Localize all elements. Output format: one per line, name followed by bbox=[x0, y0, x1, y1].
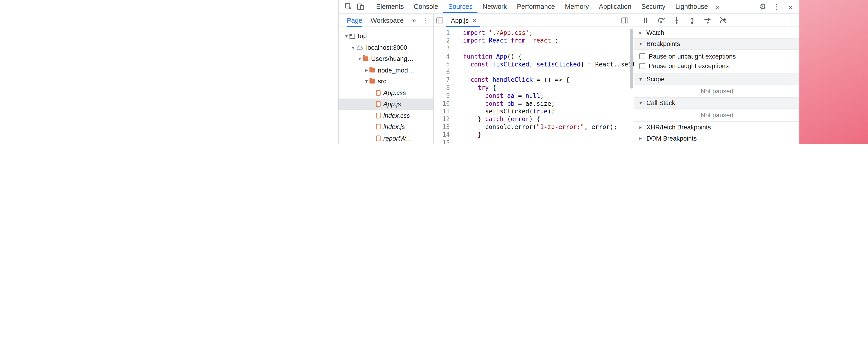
code-line-13[interactable]: console.error("1-zp-error:", error); bbox=[463, 123, 634, 131]
line-number: 9 bbox=[434, 92, 455, 100]
screen: 优美海报 这是一个优美的海报页面，用于展示信息和吸引用户的注意。 点击我 MAD… bbox=[0, 0, 868, 144]
navigator-panel-toggle-icon[interactable] bbox=[434, 14, 446, 26]
tree-item-localhost-3000[interactable]: ▾localhost:3000 bbox=[339, 42, 433, 53]
more-tabs-icon[interactable]: » bbox=[713, 3, 722, 11]
line-number: 1 bbox=[434, 29, 455, 37]
tree-item-app-js[interactable]: App.js bbox=[339, 98, 433, 110]
tree-item-webpack[interactable]: ▸webpack bbox=[339, 144, 433, 144]
file-icon bbox=[376, 124, 380, 130]
code-line-2[interactable]: import React from 'react'; bbox=[463, 37, 634, 45]
deactivate-breakpoints-icon[interactable] bbox=[718, 16, 727, 25]
section-placeholder: Not paused bbox=[634, 109, 800, 122]
section-breakpoints[interactable]: ▾Breakpoints bbox=[634, 38, 800, 50]
navigator-menu-kebab-icon[interactable]: ⋮ bbox=[422, 16, 429, 24]
tab-lighthouse[interactable]: Lighthouse bbox=[671, 0, 713, 13]
tab-memory[interactable]: Memory bbox=[560, 0, 594, 13]
pause-script-icon[interactable] bbox=[641, 16, 650, 25]
section-call-stack[interactable]: ▾Call Stack bbox=[634, 98, 800, 109]
debugger-controls bbox=[634, 14, 800, 27]
tree-expand-arrow-icon[interactable]: ▸ bbox=[363, 67, 369, 73]
devtools-panel: ElementsConsoleSourcesNetworkPerformance… bbox=[338, 0, 799, 144]
more-navigator-tabs-icon[interactable]: » bbox=[412, 16, 416, 24]
code-line-15[interactable] bbox=[463, 139, 634, 144]
tree-item-users-huang[interactable]: ▾Users/huang… bbox=[339, 53, 433, 65]
section-dom-breakpoints[interactable]: ▸DOM Breakpoints bbox=[634, 133, 800, 144]
code-line-7[interactable]: const handleClick = () => { bbox=[463, 76, 634, 84]
code-line-11[interactable]: setIsClicked(true); bbox=[463, 108, 634, 116]
code-line-6[interactable] bbox=[463, 68, 634, 76]
breakpoint-option-pause-on-caught-exceptions[interactable]: Pause on caught exceptions bbox=[634, 61, 800, 71]
browser-page: 优美海报 这是一个优美的海报页面，用于展示信息和吸引用户的注意。 点击我 MAD… bbox=[0, 0, 338, 144]
file-icon bbox=[376, 90, 380, 95]
tab-performance[interactable]: Performance bbox=[512, 0, 560, 13]
code-line-10[interactable]: const bb = aa.size; bbox=[463, 100, 634, 108]
checkbox-label: Pause on uncaught exceptions bbox=[649, 53, 736, 60]
frame-icon bbox=[350, 34, 355, 38]
line-number: 3 bbox=[434, 45, 455, 53]
tree-expand-arrow-icon[interactable]: ▾ bbox=[357, 56, 363, 62]
cloud-icon bbox=[356, 44, 363, 51]
code-line-1[interactable]: import './App.css'; bbox=[463, 29, 634, 37]
tab-elements[interactable]: Elements bbox=[371, 0, 409, 13]
line-number: 13 bbox=[434, 123, 455, 131]
settings-gear-icon[interactable]: ⚙ bbox=[757, 0, 769, 12]
step-over-icon[interactable] bbox=[656, 16, 665, 25]
tree-expand-arrow-icon[interactable]: ▾ bbox=[363, 79, 369, 84]
tree-item-label: src bbox=[378, 78, 386, 85]
code-line-5[interactable]: const [isClicked, setIsClicked] = React.… bbox=[463, 61, 634, 68]
line-number: 11 bbox=[434, 108, 455, 116]
tree-item-index-css[interactable]: index.css bbox=[339, 110, 433, 121]
file-tab-close-icon[interactable]: × bbox=[473, 16, 476, 24]
tree-expand-arrow-icon[interactable]: ▾ bbox=[343, 33, 349, 39]
section-watch[interactable]: ▸Watch bbox=[634, 27, 800, 38]
inspect-icon[interactable] bbox=[342, 0, 354, 12]
section-label: Breakpoints bbox=[647, 40, 680, 47]
code-line-9[interactable]: const aa = null; bbox=[463, 92, 634, 100]
checkbox-label: Pause on caught exceptions bbox=[649, 63, 728, 69]
step-into-icon[interactable] bbox=[672, 16, 681, 25]
tree-item-label: node_mod… bbox=[378, 67, 414, 73]
line-number: 15 bbox=[434, 139, 455, 144]
checkbox[interactable] bbox=[639, 63, 645, 69]
device-toolbar-icon[interactable] bbox=[354, 0, 367, 12]
code-line-4[interactable]: function App() { bbox=[463, 53, 634, 61]
tree-item-index-js[interactable]: index.js bbox=[339, 121, 433, 132]
line-number: 12 bbox=[434, 116, 455, 124]
tab-network[interactable]: Network bbox=[477, 0, 512, 13]
nav-tab-page[interactable]: Page bbox=[347, 13, 363, 27]
line-number: 10 bbox=[434, 100, 455, 108]
tree-item-top[interactable]: ▾top bbox=[339, 30, 433, 42]
nav-tab-workspace[interactable]: Workspace bbox=[371, 13, 404, 27]
debugger-sidebar: ▸Watch▾BreakpointsPause on uncaught exce… bbox=[634, 27, 800, 144]
editor-tabstrip: App.js × bbox=[434, 14, 634, 27]
breakpoint-option-pause-on-uncaught-exceptions[interactable]: Pause on uncaught exceptions bbox=[634, 51, 800, 61]
code-editor[interactable]: 12345678910111213141516171819202122 impo… bbox=[434, 27, 634, 144]
tab-console[interactable]: Console bbox=[409, 0, 443, 13]
section-scope[interactable]: ▾Scope bbox=[634, 74, 800, 85]
line-number: 7 bbox=[434, 76, 455, 84]
editor-scrollbar[interactable] bbox=[630, 29, 633, 89]
editor-gutter[interactable]: 12345678910111213141516171819202122 bbox=[434, 29, 455, 144]
devtools-close-icon[interactable]: × bbox=[784, 0, 797, 12]
sources-navigator-header: Page Workspace » ⋮ bbox=[339, 14, 434, 27]
tab-sources[interactable]: Sources bbox=[443, 0, 477, 13]
editor-code[interactable]: import './App.css';import React from 're… bbox=[463, 29, 634, 144]
tab-security[interactable]: Security bbox=[637, 0, 671, 13]
devtools-menu-kebab-icon[interactable]: ⋮ bbox=[771, 0, 783, 12]
step-icon[interactable] bbox=[703, 16, 712, 25]
code-line-3[interactable] bbox=[463, 45, 634, 53]
tab-application[interactable]: Application bbox=[594, 0, 637, 13]
tree-expand-arrow-icon[interactable]: ▾ bbox=[350, 44, 356, 50]
code-line-8[interactable]: try { bbox=[463, 84, 634, 92]
tree-item-node-mod[interactable]: ▸node_mod… bbox=[339, 64, 433, 76]
tree-item-app-css[interactable]: App.css bbox=[339, 87, 433, 98]
code-line-12[interactable]: } catch (error) { bbox=[463, 116, 634, 124]
debugger-panel-toggle-icon[interactable] bbox=[619, 14, 631, 26]
section-xhr-fetch-breakpoints[interactable]: ▸XHR/fetch Breakpoints bbox=[634, 122, 800, 133]
tree-item-reportw[interactable]: reportW… bbox=[339, 132, 433, 144]
file-tab-app-js[interactable]: App.js × bbox=[446, 13, 480, 27]
code-line-14[interactable]: } bbox=[463, 131, 634, 139]
checkbox[interactable] bbox=[639, 53, 645, 59]
step-out-icon[interactable] bbox=[687, 16, 696, 25]
tree-item-src[interactable]: ▾src bbox=[339, 76, 433, 87]
